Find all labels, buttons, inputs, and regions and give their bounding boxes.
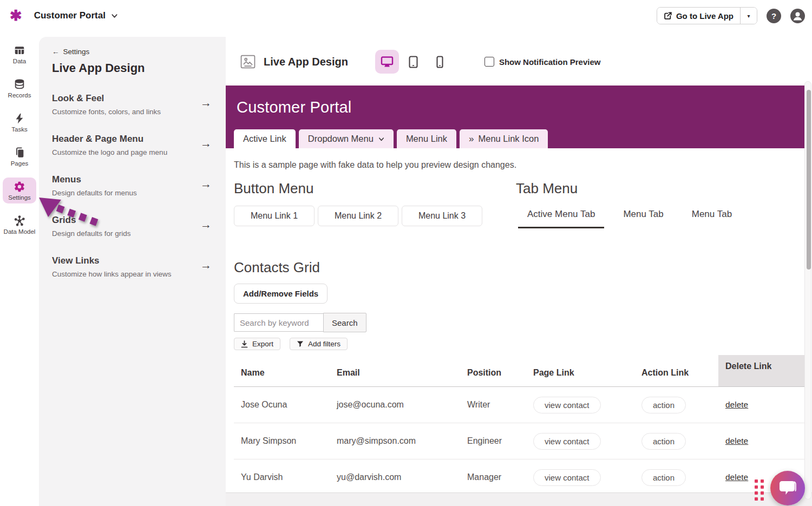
go-to-live-app-dropdown[interactable]: ▾ [740, 8, 757, 24]
button-menu-section: Button Menu Menu Link 1 Menu Link 2 Menu… [234, 180, 516, 228]
settings-item-title: Look & Feel [52, 93, 161, 104]
sidebar-item-records[interactable]: Records [3, 75, 36, 101]
grid-toolbar: Export Add filters [234, 338, 812, 350]
portal-tab-dropdown-menu[interactable]: Dropdown Menu [299, 129, 394, 148]
column-header-action-link[interactable]: Action Link [634, 355, 718, 386]
settings-item-description: Customize how links appear in views [52, 270, 172, 278]
go-to-live-app-button[interactable]: Go to Live App [657, 8, 740, 24]
portal-tab-menu-link-icon[interactable]: » Menu Link Icon [460, 129, 548, 148]
filter-icon [297, 340, 304, 347]
portal-tab-active-link[interactable]: Active Link [234, 129, 296, 148]
database-icon [14, 78, 25, 90]
chat-launcher-button[interactable] [770, 471, 805, 505]
search-input[interactable] [234, 313, 323, 332]
column-header-delete-link[interactable]: Delete Link [718, 355, 807, 386]
account-icon [790, 9, 805, 23]
chat-bubble-icon [778, 479, 797, 497]
menu-tab[interactable]: Menu Tab [614, 206, 672, 228]
cell-email: jose@ocuna.com [330, 400, 460, 410]
view-contact-button[interactable]: view contact [533, 433, 601, 450]
back-link-label: Settings [63, 48, 90, 56]
account-button[interactable] [790, 9, 805, 23]
add-remove-fields-button[interactable]: Add/Remove Fields [234, 284, 328, 304]
settings-item-title: Grids [52, 215, 131, 226]
table-row: Jose Ocuna jose@ocuna.com Writer view co… [234, 387, 807, 423]
portal-title: Customer Portal [237, 98, 352, 116]
portal-tab-label: Menu Link [406, 134, 447, 144]
settings-item-description: Design defaults for grids [52, 229, 131, 238]
phone-view-button[interactable] [428, 50, 452, 74]
preview-toolbar: Live App Design Show Notification Previe… [240, 48, 812, 76]
app-switcher-label: Customer Portal [34, 10, 106, 21]
column-header-email[interactable]: Email [330, 355, 460, 386]
help-button[interactable]: ? [767, 9, 781, 23]
column-header-name[interactable]: Name [234, 355, 330, 386]
external-link-icon [664, 12, 672, 20]
sidebar-item-tasks[interactable]: Tasks [3, 109, 36, 135]
scrollbar-thumb[interactable] [807, 90, 811, 270]
app-switcher[interactable]: Customer Portal [34, 10, 118, 21]
tablet-view-button[interactable] [402, 50, 425, 74]
delete-link[interactable]: delete [725, 400, 748, 410]
help-icon: ? [771, 11, 776, 21]
sidebar-item-label: Tasks [11, 126, 27, 133]
menu-link-1-button[interactable]: Menu Link 1 [234, 206, 315, 226]
table-body: Jose Ocuna jose@ocuna.com Writer view co… [234, 387, 807, 496]
portal-tab-menu-link[interactable]: Menu Link [397, 129, 456, 148]
back-to-settings-link[interactable]: ← Settings [52, 48, 89, 56]
arrow-right-icon: → [200, 259, 212, 272]
settings-item-title: View Links [52, 255, 172, 266]
panel-title: Live App Design [52, 61, 212, 75]
menu-link-2-button[interactable]: Menu Link 2 [318, 206, 398, 226]
notification-checkbox[interactable] [484, 57, 494, 67]
portal-tab-label: Menu Link Icon [478, 134, 539, 144]
preview-footer-strip [226, 492, 812, 506]
contacts-grid-title: Contacts Grid [234, 259, 812, 277]
action-button[interactable]: action [641, 433, 686, 450]
arrow-right-icon: → [200, 218, 212, 231]
menu-tab[interactable]: Menu Tab [683, 206, 741, 228]
active-menu-tab[interactable]: Active Menu Tab [518, 206, 604, 228]
column-header-position[interactable]: Position [460, 355, 526, 386]
double-chevron-icon: » [469, 134, 474, 144]
go-to-live-app-split-button: Go to Live App ▾ [657, 7, 757, 24]
bolt-icon [14, 113, 25, 124]
action-button[interactable]: action [641, 397, 686, 413]
desktop-view-button[interactable] [375, 50, 399, 74]
sidebar-item-pages[interactable]: Pages [3, 143, 36, 169]
export-button[interactable]: Export [234, 338, 280, 350]
settings-item-grids[interactable]: Grids Design defaults for grids → [52, 215, 212, 238]
cell-position: Writer [460, 400, 526, 410]
menu-link-3-button[interactable]: Menu Link 3 [402, 206, 482, 226]
settings-item-view-links[interactable]: View Links Customize how links appear in… [52, 255, 212, 278]
settings-item-menus[interactable]: Menus Design defaults for menus → [52, 174, 212, 197]
arrow-right-icon: → [200, 96, 212, 109]
search-button[interactable]: Search [323, 313, 366, 332]
contacts-grid-section: Contacts Grid Add/Remove Fields Search E… [234, 259, 812, 496]
action-button[interactable]: action [641, 469, 686, 486]
back-arrow-icon: ← [52, 48, 60, 56]
settings-item-look-and-feel[interactable]: Look & Feel Customize fonts, colors, and… [52, 93, 212, 116]
cell-position: Engineer [460, 436, 526, 446]
delete-link[interactable]: delete [725, 472, 748, 482]
column-header-page-link[interactable]: Page Link [526, 355, 634, 386]
live-app-preview: Live App Design Show Notification Previe… [226, 31, 812, 506]
nodes-icon [14, 215, 25, 227]
delete-link[interactable]: delete [725, 436, 748, 446]
settings-item-header-page-menu[interactable]: Header & Page Menu Customize the logo an… [52, 134, 212, 156]
sidebar-item-settings[interactable]: Settings [3, 178, 36, 203]
sidebar-item-data-model[interactable]: Data Model [3, 212, 36, 238]
sidebar-item-label: Settings [8, 194, 31, 201]
chevron-down-icon [111, 12, 118, 19]
settings-panel: ← Settings Live App Design Look & Feel C… [39, 37, 226, 506]
go-to-live-app-label: Go to Live App [676, 11, 734, 21]
add-filters-button[interactable]: Add filters [290, 338, 348, 350]
button-menu-title: Button Menu [234, 180, 516, 198]
sidebar-item-data[interactable]: Data [3, 41, 36, 67]
show-notification-preview-toggle[interactable]: Show Notification Preview [484, 57, 601, 67]
sample-page-text: This is a sample page with fake data to … [234, 160, 812, 170]
sidebar-item-label: Data Model [4, 228, 36, 235]
tab-menu-section: Tab Menu Active Menu Tab Menu Tab Menu T… [516, 180, 741, 228]
view-contact-button[interactable]: view contact [533, 469, 601, 486]
view-contact-button[interactable]: view contact [533, 397, 601, 413]
